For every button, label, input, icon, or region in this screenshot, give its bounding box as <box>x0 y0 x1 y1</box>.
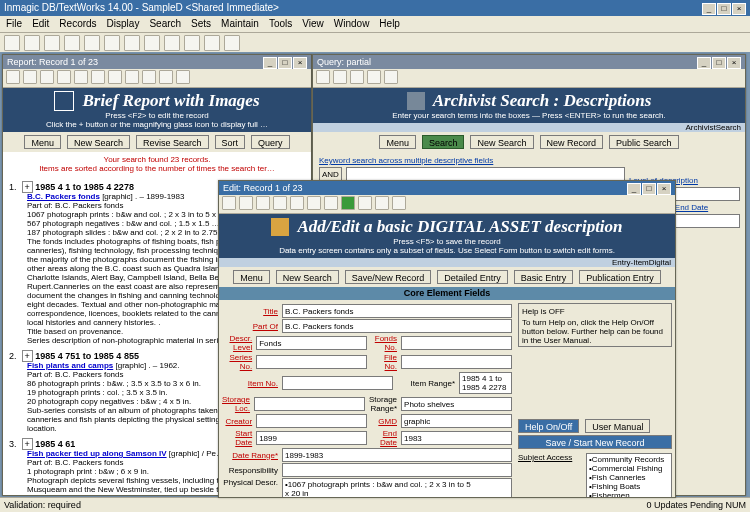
revise-search-button[interactable]: Revise Search <box>136 135 209 149</box>
new-record-button[interactable]: New Record <box>540 135 604 149</box>
gmd-input[interactable] <box>401 414 512 428</box>
tb-icon[interactable] <box>290 196 304 210</box>
minimize-icon[interactable]: _ <box>627 183 641 195</box>
tb-icon[interactable] <box>367 70 381 84</box>
menu-search[interactable]: Search <box>149 16 181 32</box>
title-input[interactable] <box>282 304 512 318</box>
menu-tools[interactable]: Tools <box>269 16 292 32</box>
menu-maintain[interactable]: Maintain <box>221 16 259 32</box>
menu-sets[interactable]: Sets <box>191 16 211 32</box>
new-search-button[interactable]: New Search <box>470 135 533 149</box>
nav-next-icon[interactable] <box>256 196 270 210</box>
tb-icon[interactable] <box>392 196 406 210</box>
nav-prev-icon[interactable] <box>23 70 37 84</box>
menu-edit[interactable]: Edit <box>32 16 49 32</box>
phys-input[interactable]: •1067 photograph prints : b&w and col. ;… <box>282 478 512 497</box>
nav-first-icon[interactable] <box>222 196 236 210</box>
close-icon[interactable]: × <box>293 57 307 69</box>
and-button[interactable]: AND <box>319 167 342 181</box>
subject-box[interactable]: •Community Records•Commercial Fishing•Fi… <box>586 453 672 497</box>
save-new-button[interactable]: Save/New Record <box>345 270 432 284</box>
tb-icon[interactable] <box>44 35 60 51</box>
tb-icon[interactable] <box>124 35 140 51</box>
descr-input[interactable] <box>256 336 367 350</box>
fondsno-input[interactable] <box>401 336 512 350</box>
menu-file[interactable]: File <box>6 16 22 32</box>
tb-icon[interactable] <box>125 70 139 84</box>
daterange-input[interactable] <box>282 448 512 462</box>
tb-icon[interactable] <box>358 196 372 210</box>
tb-icon[interactable] <box>375 196 389 210</box>
tb-icon[interactable] <box>176 70 190 84</box>
basic-entry-button[interactable]: Basic Entry <box>514 270 574 284</box>
nav-next-icon[interactable] <box>40 70 54 84</box>
edit-titlebar[interactable]: Edit: Record 1 of 23 _□× <box>219 181 675 195</box>
minimize-icon[interactable]: _ <box>697 57 711 69</box>
tb-icon[interactable] <box>224 35 240 51</box>
binoculars-icon[interactable] <box>316 70 330 84</box>
nav-last-icon[interactable] <box>57 70 71 84</box>
menu-help[interactable]: Help <box>379 16 400 32</box>
save-start-new-button[interactable]: Save / Start New Record <box>518 435 672 449</box>
tb-icon[interactable] <box>307 196 321 210</box>
tb-icon[interactable] <box>184 35 200 51</box>
enddate-input[interactable] <box>401 431 512 445</box>
tb-icon[interactable] <box>333 70 347 84</box>
fileno-input[interactable] <box>401 355 512 369</box>
new-search-button[interactable]: New Search <box>276 270 339 284</box>
tb-icon[interactable] <box>324 196 338 210</box>
tb-icon[interactable] <box>142 70 156 84</box>
close-icon[interactable]: × <box>657 183 671 195</box>
storage-input[interactable] <box>254 397 365 411</box>
menu-display[interactable]: Display <box>107 16 140 32</box>
tb-icon[interactable] <box>384 70 398 84</box>
nav-prev-icon[interactable] <box>239 196 253 210</box>
tb-icon[interactable] <box>64 35 80 51</box>
detailed-entry-button[interactable]: Detailed Entry <box>437 270 508 284</box>
query-button[interactable]: Query <box>251 135 290 149</box>
seriesno-input[interactable] <box>256 355 367 369</box>
menu-button[interactable]: Menu <box>24 135 61 149</box>
sort-button[interactable]: Sort <box>215 135 246 149</box>
startdate-input[interactable] <box>256 431 367 445</box>
itemno-input[interactable] <box>282 376 393 390</box>
storagerange-input[interactable] <box>401 397 512 411</box>
tb-icon[interactable] <box>104 35 120 51</box>
check-icon[interactable] <box>341 196 355 210</box>
close-icon[interactable]: × <box>727 57 741 69</box>
tb-icon[interactable] <box>164 35 180 51</box>
tb-icon[interactable] <box>159 70 173 84</box>
tb-icon[interactable] <box>91 70 105 84</box>
user-manual-button[interactable]: User Manual <box>585 419 650 433</box>
keyword-input[interactable] <box>346 167 625 181</box>
maximize-icon[interactable]: □ <box>712 57 726 69</box>
report-titlebar[interactable]: Report: Record 1 of 23 _□× <box>3 55 311 69</box>
menu-button[interactable]: Menu <box>233 270 270 284</box>
tb-icon[interactable] <box>74 70 88 84</box>
menu-records[interactable]: Records <box>59 16 96 32</box>
minimize-icon[interactable]: _ <box>263 57 277 69</box>
new-search-button[interactable]: New Search <box>67 135 130 149</box>
query-titlebar[interactable]: Query: partial _□× <box>313 55 745 69</box>
menu-button[interactable]: Menu <box>379 135 416 149</box>
nav-last-icon[interactable] <box>273 196 287 210</box>
menu-view[interactable]: View <box>302 16 324 32</box>
creator-input[interactable] <box>256 414 367 428</box>
close-icon[interactable]: × <box>732 3 746 15</box>
tb-icon[interactable] <box>350 70 364 84</box>
resp-input[interactable] <box>282 463 512 477</box>
tb-icon[interactable] <box>24 35 40 51</box>
maximize-icon[interactable]: □ <box>717 3 731 15</box>
minimize-icon[interactable]: _ <box>702 3 716 15</box>
help-onoff-button[interactable]: Help On/Off <box>518 419 579 433</box>
maximize-icon[interactable]: □ <box>278 57 292 69</box>
public-search-button[interactable]: Public Search <box>609 135 679 149</box>
tb-icon[interactable] <box>204 35 220 51</box>
partof-input[interactable] <box>282 319 512 333</box>
tb-icon[interactable] <box>108 70 122 84</box>
maximize-icon[interactable]: □ <box>642 183 656 195</box>
search-button[interactable]: Search <box>422 135 465 149</box>
tb-icon[interactable] <box>84 35 100 51</box>
itemrange-input[interactable]: 1985 4 1 to 1985 4 2278 <box>459 372 512 394</box>
publication-entry-button[interactable]: Publication Entry <box>579 270 661 284</box>
